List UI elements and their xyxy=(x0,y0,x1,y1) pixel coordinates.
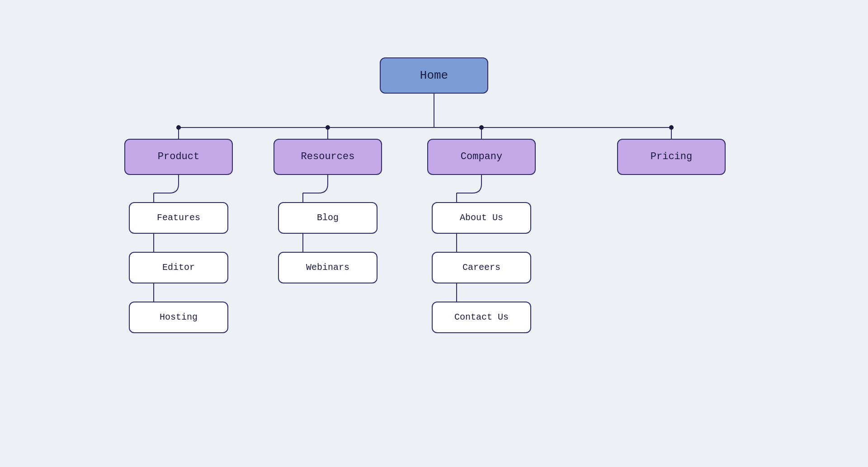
careers-label: Careers xyxy=(462,262,500,273)
home-node[interactable]: Home xyxy=(380,57,488,94)
svg-point-29 xyxy=(326,125,330,130)
hosting-label: Hosting xyxy=(160,312,198,322)
features-node[interactable]: Features xyxy=(129,202,228,234)
company-label: Company xyxy=(461,151,502,162)
svg-point-28 xyxy=(176,125,181,130)
pricing-label: Pricing xyxy=(651,151,692,162)
careers-node[interactable]: Careers xyxy=(432,252,531,283)
product-label: Product xyxy=(158,151,199,162)
webinars-node[interactable]: Webinars xyxy=(278,252,377,283)
editor-label: Editor xyxy=(162,262,195,273)
contactus-node[interactable]: Contact Us xyxy=(432,302,531,333)
product-node[interactable]: Product xyxy=(124,139,233,175)
resources-label: Resources xyxy=(301,151,355,162)
svg-point-31 xyxy=(669,125,674,130)
aboutus-label: About Us xyxy=(460,212,503,223)
home-label: Home xyxy=(420,69,448,82)
diagram: Home Product Resources Company Pricing F… xyxy=(95,30,773,437)
hosting-node[interactable]: Hosting xyxy=(129,302,228,333)
blog-node[interactable]: Blog xyxy=(278,202,377,234)
resources-node[interactable]: Resources xyxy=(274,139,382,175)
aboutus-node[interactable]: About Us xyxy=(432,202,531,234)
blog-label: Blog xyxy=(317,212,339,223)
contactus-label: Contact Us xyxy=(454,312,509,322)
webinars-label: Webinars xyxy=(306,262,349,273)
company-node[interactable]: Company xyxy=(427,139,536,175)
features-label: Features xyxy=(157,212,200,223)
pricing-node[interactable]: Pricing xyxy=(617,139,726,175)
svg-point-30 xyxy=(479,125,484,130)
editor-node[interactable]: Editor xyxy=(129,252,228,283)
